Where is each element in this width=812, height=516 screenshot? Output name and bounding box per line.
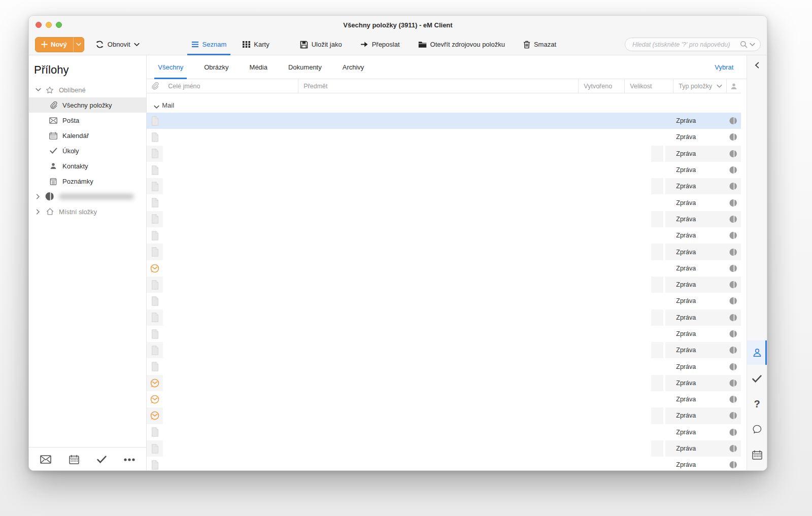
tab-dokumenty[interactable]: Dokumenty xyxy=(282,55,328,79)
attachment-row[interactable]: Zpráva xyxy=(147,342,741,358)
tasks-module-icon[interactable] xyxy=(97,456,107,463)
item-type-label: Zpráva xyxy=(676,227,696,244)
forward-button[interactable]: Přeposlat xyxy=(360,34,400,55)
view-cards-button[interactable]: Karty xyxy=(243,34,269,55)
attachment-row[interactable]: Zpráva xyxy=(147,375,741,391)
save-as-button[interactable]: Uložit jako xyxy=(300,34,342,55)
cards-view-icon xyxy=(243,41,250,48)
column-header-p-edm-t[interactable]: Předmět xyxy=(298,79,578,93)
attachment-row[interactable]: Zpráva xyxy=(147,244,741,260)
open-source-item-button[interactable]: Otevřít zdrojovou položku xyxy=(418,34,505,55)
document-icon xyxy=(151,346,159,355)
column-header-typ-polo-ky[interactable]: Typ položky xyxy=(673,79,726,93)
calendar-module-icon[interactable] xyxy=(69,455,79,464)
attachment-row[interactable]: Zpráva xyxy=(147,178,741,194)
more-modules-icon[interactable] xyxy=(124,458,135,461)
view-list-button[interactable]: Seznam xyxy=(191,34,227,55)
attachment-row[interactable]: Zpráva xyxy=(147,211,741,227)
tab-obr-zky[interactable]: Obrázky xyxy=(198,55,234,79)
mail-module-icon[interactable] xyxy=(40,455,51,464)
contact-avatar-icon xyxy=(729,375,737,391)
sidebar-item--koly[interactable]: Úkoly xyxy=(29,143,146,158)
item-type-label: Zpráva xyxy=(676,457,696,471)
column-header-velikost[interactable]: Velikost xyxy=(624,79,673,93)
document-icon xyxy=(151,362,159,371)
right-panel: ? xyxy=(747,55,767,471)
attachment-row[interactable]: Zpráva xyxy=(147,162,741,178)
sidebar-item-label: Všechny položky xyxy=(62,101,112,109)
attachment-row[interactable]: Zpráva xyxy=(147,146,741,162)
favorites-label: Oblíbené xyxy=(59,86,86,94)
item-type-label: Zpráva xyxy=(676,260,696,277)
sidebar-item-kalend-[interactable]: Kalendář xyxy=(29,128,146,143)
sidebar-item-local-folders[interactable]: Místní složky xyxy=(29,204,146,219)
document-icon xyxy=(151,296,159,306)
document-icon xyxy=(151,165,159,175)
attachment-row[interactable]: Zpráva xyxy=(147,129,741,145)
refresh-button[interactable]: Obnovit xyxy=(95,34,140,55)
attachment-row[interactable]: Zpráva xyxy=(147,194,741,211)
list-view-icon xyxy=(191,41,199,48)
chevron-down-icon[interactable] xyxy=(32,88,44,92)
attachment-row[interactable]: Zpráva xyxy=(147,440,741,457)
delete-button[interactable]: Smazat xyxy=(523,34,556,55)
document-attachment-icon xyxy=(147,277,163,293)
sidebar-item-v-echny-polo-ky[interactable]: Všechny položky xyxy=(29,97,146,113)
sidebar-item-pozn-mky[interactable]: Poznámky xyxy=(29,174,146,189)
attachment-list: Celé jménoPředmětVytvořenoVelikostTyp po… xyxy=(147,79,741,471)
attachment-row[interactable]: Zpráva xyxy=(147,227,741,244)
attachment-row[interactable]: Zpráva xyxy=(147,293,741,309)
tab-archivy[interactable]: Archivy xyxy=(336,55,370,79)
tab-m-dia[interactable]: Média xyxy=(244,55,274,79)
contact-avatar-icon xyxy=(729,211,737,227)
select-link[interactable]: Vybrat xyxy=(715,63,733,71)
contact-avatar-icon xyxy=(729,358,737,374)
attachment-row[interactable]: Zpráva xyxy=(147,424,741,440)
chevron-down-icon[interactable] xyxy=(151,105,162,109)
chevron-down-icon xyxy=(134,43,140,47)
scrollbar-gutter[interactable] xyxy=(741,79,747,471)
group-header-mail[interactable]: Mail xyxy=(147,93,741,113)
document-icon xyxy=(151,149,159,158)
sidebar-item-kontakty[interactable]: Kontakty xyxy=(29,158,146,174)
attachment-row[interactable]: Zpráva xyxy=(147,358,741,374)
chevron-down-icon xyxy=(717,84,722,88)
panel-contacts-button[interactable] xyxy=(747,340,767,365)
item-type-label: Zpráva xyxy=(676,129,696,145)
column-header-contact[interactable] xyxy=(726,79,741,93)
panel-help-button[interactable]: ? xyxy=(747,392,767,416)
panel-tasks-button[interactable] xyxy=(747,366,767,391)
forward-label: Přeposlat xyxy=(372,41,400,48)
tab-v-echny[interactable]: Všechny xyxy=(152,55,189,79)
attachment-row[interactable]: Zpráva xyxy=(147,457,741,471)
column-header-attachment[interactable] xyxy=(147,79,163,93)
panel-chat-button[interactable] xyxy=(747,417,767,441)
search-icon[interactable] xyxy=(740,41,748,48)
new-dropdown-button[interactable] xyxy=(73,38,84,52)
new-button[interactable]: Nový xyxy=(35,37,84,52)
check-icon xyxy=(48,148,59,154)
sidebar-item-po-ta[interactable]: Pošta xyxy=(29,113,146,128)
sidebar-group-favorites[interactable]: Oblíbené xyxy=(29,82,146,97)
column-header-cel-jm-no[interactable]: Celé jméno xyxy=(163,79,298,93)
attachment-row[interactable]: Zpráva xyxy=(147,113,741,129)
document-icon xyxy=(151,132,159,142)
attachment-row[interactable]: Zpráva xyxy=(147,326,741,342)
emclient-icon xyxy=(150,264,159,273)
search-box xyxy=(625,38,761,51)
column-header-vytvo-eno[interactable]: Vytvořeno xyxy=(578,79,624,93)
document-icon xyxy=(151,247,159,257)
attachment-row[interactable]: Zpráva xyxy=(147,407,741,424)
search-input[interactable] xyxy=(632,41,740,48)
delete-label: Smazat xyxy=(534,41,556,48)
attachment-row[interactable]: Zpráva xyxy=(147,277,741,293)
chevron-down-icon[interactable] xyxy=(750,43,755,47)
attachment-row[interactable]: Zpráva xyxy=(147,391,741,407)
contact-avatar-icon xyxy=(729,162,737,178)
collapse-panel-button[interactable] xyxy=(747,62,767,68)
sidebar-item-account[interactable] xyxy=(29,189,146,204)
contact-avatar-icon xyxy=(729,178,737,194)
attachment-row[interactable]: Zpráva xyxy=(147,260,741,277)
attachment-row[interactable]: Zpráva xyxy=(147,309,741,326)
panel-calendar-button[interactable] xyxy=(747,442,767,467)
